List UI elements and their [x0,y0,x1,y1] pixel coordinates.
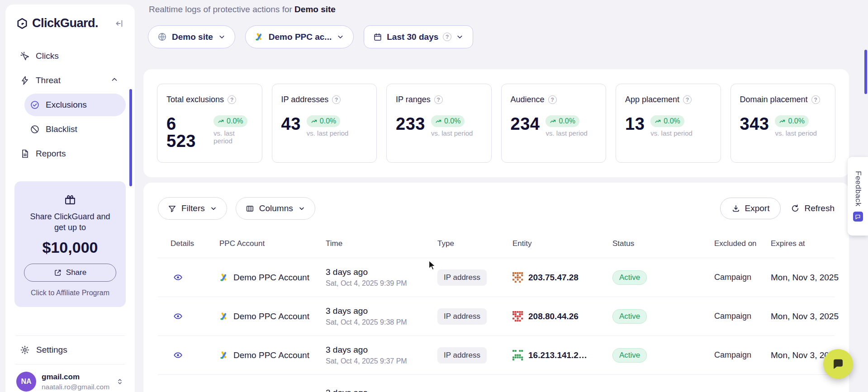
sidebar-item-settings[interactable]: Settings [14,336,126,364]
help-icon[interactable]: ? [228,95,236,104]
type-badge: IP address [437,308,487,325]
stat-value: 343 [740,115,769,132]
column-header-details[interactable]: Details [158,239,207,249]
table-row: Demo PPC Account 3 days ago Sat, Oct 4, … [158,297,835,335]
chevron-down-icon [456,33,464,41]
filters-button[interactable]: Filters [158,197,227,220]
help-icon[interactable]: ? [332,95,341,104]
ppc-account-selector[interactable]: Demo PPC ac... [245,25,354,48]
sidebar-item-threat[interactable]: Threat [14,69,126,92]
stat-label: Domain placement [740,95,808,104]
stat-delta: 0.0% [227,117,243,125]
share-button[interactable]: Share [24,264,116,282]
user-email: naatali.ro@gmail.com [42,383,110,391]
gear-icon [20,345,30,355]
stat-caption: vs. last period [307,129,349,137]
stat-delta: 0.0% [559,117,575,125]
refresh-button[interactable]: Refresh [791,203,835,213]
selector-row: Demo site Demo PPC ac... Last 30 days ? [148,25,849,48]
sidebar-item-blacklist[interactable]: Blacklist [24,118,126,141]
stat-card-total-exclusions: Total exclusions? 6 523 0.0% vs. last pe… [157,84,262,163]
chat-launcher-button[interactable] [823,349,853,379]
help-icon[interactable]: ? [683,95,692,104]
promo-amount: $10,000 [43,239,98,256]
view-details-icon[interactable] [173,273,183,282]
stat-card-audience: Audience? 234 0.0% vs. last period [501,84,607,163]
blacklist-icon [30,124,40,134]
sidebar-item-label: Exclusions [46,100,87,110]
page-scrollbar-thumb[interactable] [864,50,867,94]
trend-up-icon [655,118,661,125]
sidebar-item-exclusions[interactable]: Exclusions [24,94,126,116]
avatar: NA [16,372,36,392]
time-relative: 3 days ago [326,306,407,316]
ppc-account-selector-value: Demo PPC ac... [269,32,332,42]
sidebar-collapse-icon[interactable] [114,19,124,28]
chevron-down-icon [210,205,217,212]
stat-value: 234 [511,115,540,132]
trend-badge: 0.0% [650,115,684,127]
google-ads-icon [219,312,228,321]
column-header-time[interactable]: Time [313,239,425,249]
exclusions-table-panel: Filters Columns Export Refresh Deta [143,183,849,392]
status-badge: Active [612,348,647,363]
gift-icon [64,193,76,206]
column-header-ppc-account[interactable]: PPC Account [207,239,313,249]
sidebar-item-label: Threat [36,76,61,85]
view-details-icon[interactable] [173,312,183,321]
stat-card-domain-placement: Domain placement? 343 0.0% vs. last peri… [730,84,836,163]
columns-icon [246,204,254,213]
column-header-type[interactable]: Type [425,239,500,249]
stat-value: 233 [396,115,425,132]
column-header-entity[interactable]: Entity [500,239,600,249]
export-button[interactable]: Export [720,198,781,219]
columns-button[interactable]: Columns [236,197,315,220]
clicks-icon [20,51,30,61]
excluded-on-value: Campaign [714,273,751,282]
stat-delta: 0.0% [788,117,804,125]
select-chevrons-icon [116,378,124,386]
help-icon[interactable]: ? [434,95,443,104]
account-switcher[interactable]: NA gmail.com naatali.ro@gmail.com [14,364,126,392]
type-badge: IP address [437,269,487,286]
ppc-account-name: Demo PPC Account [233,273,309,283]
entity-value: 16.213.141.2… [528,350,587,360]
trend-badge: 0.0% [431,115,465,127]
time-relative: 3 days ago [326,267,407,277]
help-icon[interactable]: ? [811,95,820,104]
date-range-selector[interactable]: Last 30 days ? [364,25,473,48]
trend-up-icon [779,118,786,125]
affiliate-link[interactable]: Click to Affiliate Program [31,289,109,297]
site-selector[interactable]: Demo site [148,25,235,48]
date-range-value: Last 30 days [387,32,438,42]
affiliate-promo-card[interactable]: Share ClickGuard and get up to $10,000 S… [14,181,126,307]
subtitle-text: Realtime logs of protective actions for [149,5,292,14]
entity-identicon [512,350,523,361]
column-header-excluded-on[interactable]: Excluded on [702,239,758,249]
refresh-icon [791,204,800,213]
trend-badge: 0.0% [213,115,247,127]
trend-badge: 0.0% [775,115,808,127]
trend-badge: 0.0% [307,115,340,127]
entity-value: 203.75.47.28 [528,273,579,283]
trend-up-icon [218,118,224,125]
feedback-tab[interactable]: Feedback [848,157,868,236]
view-details-icon[interactable] [173,350,183,360]
stat-value: 43 [281,115,301,132]
sidebar-item-reports[interactable]: Reports [14,142,126,165]
table-toolbar: Filters Columns Export Refresh [158,197,835,220]
column-header-expires-at[interactable]: Expires at [758,239,835,249]
time-relative: 3 days ago [326,388,368,392]
column-header-status[interactable]: Status [600,239,702,249]
table-row: 3 days ago [158,374,835,392]
excluded-on-value: Campaign [714,312,751,321]
stats-panel: Total exclusions? 6 523 0.0% vs. last pe… [143,69,849,177]
status-badge: Active [612,309,647,324]
help-icon[interactable]: ? [548,95,557,104]
sidebar-item-clicks[interactable]: Clicks [14,45,126,67]
sidebar-scrollbar-thumb[interactable] [129,89,132,186]
table-header-row: Details PPC Account Time Type Entity Sta… [158,220,835,258]
stat-delta: 0.0% [320,117,336,125]
site-selector-value: Demo site [172,32,213,42]
trend-up-icon [550,118,556,125]
